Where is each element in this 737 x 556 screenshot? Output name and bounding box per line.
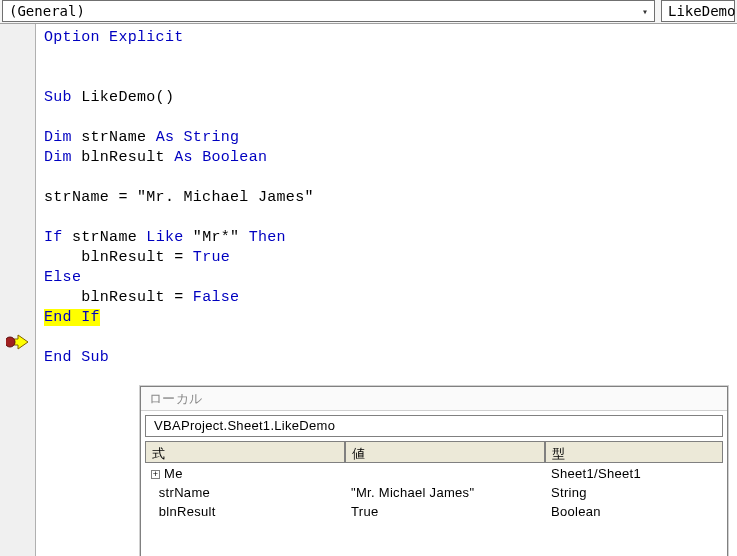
locals-cell-type: String <box>545 482 723 501</box>
code-kw: Then <box>249 229 286 246</box>
svg-point-1 <box>6 337 15 347</box>
locals-context: VBAProject.Sheet1.LikeDemo <box>145 415 723 437</box>
locals-cell-expr: strName <box>145 482 345 501</box>
code-kw: Like <box>146 229 183 246</box>
code-kw: True <box>193 249 230 266</box>
expand-toggle-icon[interactable]: + <box>151 470 160 479</box>
locals-cell-val: True <box>345 501 545 520</box>
code-txt: blnResult = <box>44 289 193 306</box>
code-kw: False <box>193 289 240 306</box>
locals-row[interactable]: blnResultTrueBoolean <box>145 501 723 520</box>
code-txt: blnResult <box>72 149 174 166</box>
code-txt: strName = "Mr. Michael James" <box>44 189 314 206</box>
code-txt: LikeDemo() <box>72 89 174 106</box>
locals-cell-expr: +Me <box>145 463 345 482</box>
locals-title: ローカル <box>141 387 727 411</box>
locals-row[interactable]: strName"Mr. Michael James"String <box>145 482 723 501</box>
locals-grid: 式 値 型 +MeSheet1/Sheet1 strName"Mr. Micha… <box>145 441 723 520</box>
code-txt: strName <box>63 229 147 246</box>
procedure-combo-text: LikeDemo <box>668 3 735 19</box>
declarations-bar: (General) ▾ LikeDemo <box>0 0 737 24</box>
locals-col-expr[interactable]: 式 <box>145 441 345 463</box>
execution-arrow-icon <box>6 334 30 350</box>
chevron-down-icon: ▾ <box>642 6 648 17</box>
code-txt: "Mr*" <box>184 229 249 246</box>
locals-cell-val: "Mr. Michael James" <box>345 482 545 501</box>
locals-cell-val <box>345 463 545 482</box>
code-kw: If <box>44 229 63 246</box>
code-kw: Dim <box>44 129 72 146</box>
code-editor[interactable]: Option Explicit Sub LikeDemo() Dim strNa… <box>36 24 737 556</box>
locals-header-row: 式 値 型 <box>145 441 723 463</box>
locals-col-type[interactable]: 型 <box>545 441 723 463</box>
object-combo[interactable]: (General) ▾ <box>2 0 655 22</box>
locals-row[interactable]: +MeSheet1/Sheet1 <box>145 463 723 482</box>
locals-cell-type: Sheet1/Sheet1 <box>545 463 723 482</box>
code-txt: strName <box>72 129 156 146</box>
code-kw: Dim <box>44 149 72 166</box>
object-combo-text: (General) <box>9 3 85 19</box>
code-kw: Sub <box>44 89 72 106</box>
locals-col-val[interactable]: 値 <box>345 441 545 463</box>
locals-cell-type: Boolean <box>545 501 723 520</box>
locals-window[interactable]: ローカル VBAProject.Sheet1.LikeDemo 式 値 型 +M… <box>140 386 728 556</box>
current-line: End If <box>44 309 100 326</box>
code-kw: As Boolean <box>174 149 267 166</box>
locals-cell-expr: blnResult <box>145 501 345 520</box>
code-kw: End Sub <box>44 349 109 366</box>
editor-main: Option Explicit Sub LikeDemo() Dim strNa… <box>0 24 737 556</box>
code-kw: As String <box>156 129 240 146</box>
code-kw: Option Explicit <box>44 29 184 46</box>
code-txt: blnResult = <box>44 249 193 266</box>
procedure-combo[interactable]: LikeDemo <box>661 0 735 22</box>
code-kw: Else <box>44 269 81 286</box>
code-gutter[interactable] <box>0 24 36 556</box>
